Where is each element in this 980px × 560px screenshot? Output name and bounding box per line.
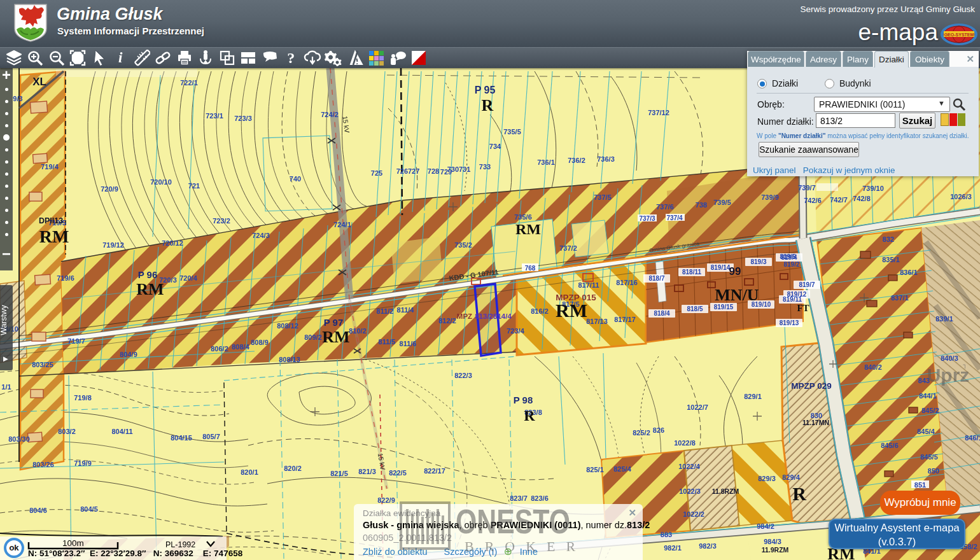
- svg-text:739/9: 739/9: [761, 193, 779, 201]
- svg-text:816/2: 816/2: [531, 307, 549, 315]
- svg-text:726727: 726727: [396, 167, 420, 175]
- svg-text:1026/3: 1026/3: [950, 193, 972, 200]
- svg-text:851: 851: [914, 481, 926, 489]
- svg-text:1/1: 1/1: [1, 383, 11, 391]
- svg-text:736/2: 736/2: [568, 157, 585, 164]
- svg-text:839/1: 839/1: [935, 315, 953, 323]
- svg-text:1022/8: 1022/8: [674, 439, 696, 447]
- svg-text:738: 738: [696, 201, 707, 209]
- svg-text:982/3: 982/3: [699, 542, 717, 550]
- svg-text:737/3: 737/3: [639, 215, 655, 222]
- svg-text:822/9: 822/9: [377, 496, 395, 504]
- svg-text:817/16: 817/16: [616, 279, 638, 286]
- svg-text:722/1: 722/1: [180, 79, 198, 87]
- svg-text:11.8RZM: 11.8RZM: [712, 487, 739, 495]
- svg-text:719/6: 719/6: [57, 274, 74, 282]
- svg-text:811/6: 811/6: [400, 340, 417, 347]
- svg-text:837/1: 837/1: [891, 294, 909, 302]
- svg-text:844/1: 844/1: [919, 392, 937, 400]
- svg-text:1022/7: 1022/7: [687, 403, 708, 411]
- svg-text:724/3: 724/3: [252, 232, 270, 239]
- svg-text:724/1: 724/1: [333, 221, 351, 228]
- svg-text:RM: RM: [515, 221, 541, 237]
- svg-text:835/1: 835/1: [882, 256, 900, 263]
- svg-text:723/1: 723/1: [206, 112, 223, 120]
- svg-text:826: 826: [653, 426, 664, 434]
- svg-text:725: 725: [371, 169, 382, 177]
- svg-text:819/14: 819/14: [711, 264, 731, 271]
- svg-text:PL-1992: PL-1992: [165, 540, 195, 549]
- svg-text:724/2: 724/2: [321, 111, 339, 118]
- svg-text:740: 740: [290, 175, 301, 183]
- svg-text:840/2: 840/2: [864, 363, 882, 371]
- svg-text:P 97: P 97: [324, 317, 344, 328]
- svg-text:818/5: 818/5: [687, 305, 703, 312]
- svg-text:719/12: 719/12: [102, 241, 124, 249]
- svg-text:9/3: 9/3: [13, 95, 22, 102]
- svg-text:846/1: 846/1: [965, 434, 980, 442]
- svg-text:1022/3: 1022/3: [679, 487, 701, 495]
- svg-text:818/11: 818/11: [682, 269, 701, 276]
- svg-text:820/2: 820/2: [284, 465, 302, 472]
- svg-text:1022/4: 1022/4: [678, 463, 701, 470]
- svg-text:737/4: 737/4: [666, 214, 682, 221]
- svg-text:845/4: 845/4: [917, 428, 935, 435]
- svg-text:819/7: 819/7: [799, 281, 815, 288]
- svg-text:XL: XL: [32, 76, 46, 88]
- svg-text:GEO-SYSTEM: GEO-SYSTEM: [944, 32, 974, 37]
- svg-text:804/5: 804/5: [80, 505, 98, 513]
- svg-text:RM: RM: [556, 300, 587, 321]
- svg-text:FT: FT: [797, 303, 809, 313]
- svg-text:825/4: 825/4: [613, 465, 631, 473]
- svg-text:737/2: 737/2: [559, 244, 577, 252]
- svg-text:803/26: 803/26: [32, 461, 54, 468]
- svg-text:804/6: 804/6: [29, 507, 47, 514]
- svg-text:719/9: 719/9: [74, 459, 92, 467]
- svg-text:P 95: P 95: [475, 85, 496, 95]
- svg-text:804/9: 804/9: [120, 351, 137, 358]
- svg-text:808/9: 808/9: [251, 339, 269, 346]
- svg-text:100m: 100m: [62, 538, 84, 548]
- svg-text:720/12: 720/12: [162, 239, 183, 247]
- svg-text:720/4: 720/4: [179, 274, 197, 282]
- svg-text:723/3: 723/3: [234, 115, 252, 122]
- svg-text:723/2: 723/2: [213, 217, 230, 225]
- svg-text:RM: RM: [39, 227, 69, 246]
- svg-text:825/2: 825/2: [633, 429, 650, 437]
- svg-text:735/5: 735/5: [503, 128, 521, 136]
- svg-text:822/3: 822/3: [454, 372, 472, 379]
- svg-text:845/5: 845/5: [920, 453, 938, 461]
- svg-text:811/4: 811/4: [397, 306, 415, 314]
- svg-text:R: R: [482, 96, 494, 115]
- svg-text:99: 99: [729, 265, 741, 277]
- svg-text:1022/2: 1022/2: [683, 510, 704, 518]
- svg-text:723/4: 723/4: [507, 327, 524, 335]
- svg-text:720/9: 720/9: [101, 185, 118, 193]
- svg-text:819/5: 819/5: [780, 253, 795, 260]
- svg-text:736/3: 736/3: [597, 155, 615, 163]
- svg-text:742/6: 742/6: [804, 197, 822, 204]
- svg-text:819/2: 819/2: [783, 261, 799, 268]
- svg-text:768: 768: [525, 265, 536, 272]
- svg-text:829/1: 829/1: [744, 393, 762, 400]
- svg-text:804/11: 804/11: [111, 428, 132, 435]
- svg-text:720/10: 720/10: [150, 178, 172, 186]
- svg-text:825/1: 825/1: [586, 466, 604, 473]
- svg-text:808/4: 808/4: [232, 343, 249, 351]
- svg-text:817/11: 817/11: [578, 281, 599, 289]
- svg-text:822/5: 822/5: [389, 469, 407, 477]
- svg-text:742/7: 742/7: [830, 196, 848, 204]
- svg-text:984/3: 984/3: [764, 538, 781, 545]
- svg-text:820/1: 820/1: [241, 468, 258, 476]
- svg-text:805/7: 805/7: [202, 433, 220, 440]
- svg-text:803/2: 803/2: [58, 428, 76, 435]
- svg-text:982/1: 982/1: [664, 544, 682, 552]
- svg-text:MPZ: MPZ: [457, 312, 472, 320]
- svg-text:730731: 730731: [447, 165, 471, 173]
- svg-text:719/4: 719/4: [41, 163, 59, 171]
- svg-text:845/6: 845/6: [881, 442, 899, 449]
- svg-text:809/2: 809/2: [304, 333, 322, 341]
- svg-text:737/6: 737/6: [656, 203, 674, 211]
- svg-text:735/6: 735/6: [514, 213, 532, 221]
- svg-text:808/12: 808/12: [277, 322, 298, 330]
